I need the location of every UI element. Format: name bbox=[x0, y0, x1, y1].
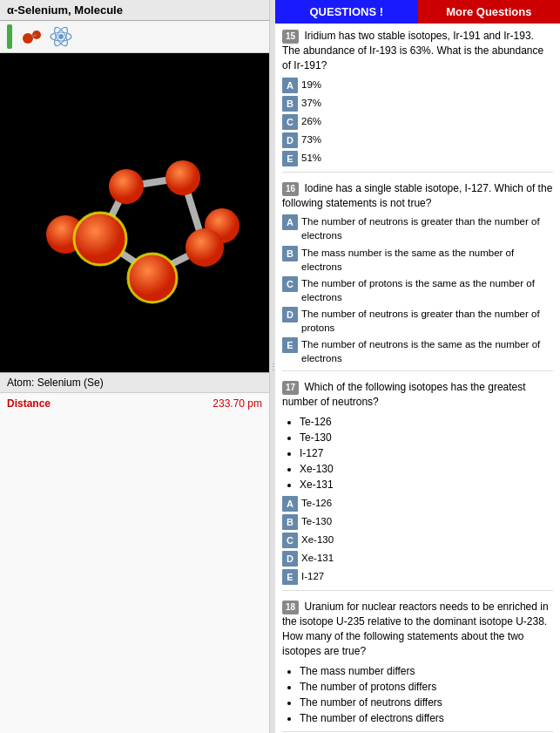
answer-row: C26% bbox=[282, 114, 553, 130]
molecule-title: α-Selenium, Molecule bbox=[7, 3, 123, 17]
answer-row: A19% bbox=[282, 78, 553, 93]
left-header: α-Selenium, Molecule bbox=[0, 0, 269, 21]
answer-letter-e[interactable]: E bbox=[282, 337, 298, 353]
tab-more-questions[interactable]: More Questions bbox=[418, 0, 561, 24]
answer-letter-b[interactable]: B bbox=[282, 514, 298, 530]
svg-point-0 bbox=[23, 33, 33, 44]
distance-row: Distance 233.70 pm bbox=[0, 392, 269, 414]
answer-text: The mass number is the same as the numbe… bbox=[301, 246, 553, 274]
answer-row: AThe number of neutrons is greater than … bbox=[282, 214, 553, 242]
question-block: 16 Iodine has a single stable isotope, I… bbox=[282, 181, 553, 372]
answer-row: D73% bbox=[282, 132, 553, 148]
right-panel: QUESTIONS ! More Questions 15 Iridium ha… bbox=[275, 0, 560, 733]
answer-row: DXe-131 bbox=[282, 551, 553, 567]
answer-row: CThe number of protons is the same as th… bbox=[282, 276, 553, 304]
answer-letter-b[interactable]: B bbox=[282, 96, 298, 112]
bullet-list: The mass number differsThe number of pro… bbox=[300, 663, 553, 726]
green-strip bbox=[7, 24, 12, 49]
question-block: 18 Uranium for nuclear reactors needs to… bbox=[282, 600, 553, 731]
answer-text: 73% bbox=[301, 132, 321, 146]
questions-content[interactable]: 15 Iridium has two stable isotopes, Ir-1… bbox=[275, 24, 560, 733]
list-item: Te-126 bbox=[300, 414, 553, 430]
question-number: 17 bbox=[282, 381, 299, 395]
list-item: The number of protons differs bbox=[300, 679, 553, 695]
answer-text: 19% bbox=[301, 78, 321, 92]
answer-letter-e[interactable]: E bbox=[282, 151, 298, 166]
bullet-list: Te-126Te-130I-127Xe-130Xe-131 bbox=[300, 414, 553, 492]
answer-row: CXe-130 bbox=[282, 533, 553, 548]
list-item: Xe-131 bbox=[300, 477, 553, 492]
answer-letter-c[interactable]: C bbox=[282, 114, 298, 130]
question-number: 18 bbox=[282, 601, 299, 614]
answer-text: 26% bbox=[301, 114, 321, 128]
distance-label: Distance bbox=[7, 397, 51, 410]
svg-point-14 bbox=[165, 160, 200, 195]
answer-text: Te-126 bbox=[301, 496, 332, 510]
answer-row: EI-127 bbox=[282, 569, 553, 585]
answer-text: The number of protons is the same as the… bbox=[301, 276, 553, 304]
answer-text: Xe-131 bbox=[301, 551, 334, 565]
answer-letter-d[interactable]: D bbox=[282, 551, 298, 567]
answer-text: Xe-130 bbox=[301, 533, 334, 546]
answer-letter-a[interactable]: A bbox=[282, 496, 298, 512]
answer-row: BThe mass number is the same as the numb… bbox=[282, 246, 553, 274]
left-panel: α-Selenium, Molecule bbox=[0, 0, 270, 733]
answer-letter-e[interactable]: E bbox=[282, 569, 298, 585]
list-item: Te-130 bbox=[300, 430, 553, 445]
question-text: 17 Which of the following isotopes has t… bbox=[282, 380, 553, 410]
list-item: Xe-130 bbox=[300, 461, 553, 477]
question-text: 16 Iodine has a single stable isotope, I… bbox=[282, 181, 553, 211]
answer-text: Te-130 bbox=[301, 514, 332, 528]
question-number: 15 bbox=[282, 30, 299, 44]
answer-row: EThe number of neutrons is the same as t… bbox=[282, 337, 553, 365]
atom-icon[interactable] bbox=[49, 24, 73, 49]
answer-letter-a[interactable]: A bbox=[282, 78, 298, 93]
right-header: QUESTIONS ! More Questions bbox=[275, 0, 560, 24]
answer-text: 37% bbox=[301, 96, 321, 110]
answer-row: ATe-126 bbox=[282, 496, 553, 512]
answer-text: The number of neutrons is the same as th… bbox=[301, 337, 553, 365]
list-item: The mass number differs bbox=[300, 663, 553, 679]
answer-row: DThe number of neutrons is greater than … bbox=[282, 307, 553, 335]
tab-questions[interactable]: QUESTIONS ! bbox=[275, 0, 418, 24]
answer-text: I-127 bbox=[301, 569, 324, 583]
question-number: 16 bbox=[282, 182, 299, 196]
molecule-icon[interactable] bbox=[19, 24, 44, 49]
answer-letter-d[interactable]: D bbox=[282, 307, 298, 322]
question-text: 15 Iridium has two stable isotopes, Ir-1… bbox=[282, 29, 553, 73]
answer-letter-d[interactable]: D bbox=[282, 132, 298, 148]
answer-row: BTe-130 bbox=[282, 514, 553, 530]
toolbar bbox=[0, 21, 269, 53]
answer-letter-a[interactable]: A bbox=[282, 214, 298, 230]
answer-row: E51% bbox=[282, 151, 553, 166]
answer-text: The number of neutrons is greater than t… bbox=[301, 307, 553, 335]
distance-value: 233.70 pm bbox=[213, 397, 262, 410]
list-item: The number of electrons differs bbox=[300, 710, 553, 726]
svg-point-13 bbox=[109, 169, 144, 204]
answer-text: The number of neutrons is greater than t… bbox=[301, 214, 553, 242]
svg-point-3 bbox=[58, 34, 64, 39]
list-item: The number of neutrons differs bbox=[300, 695, 553, 710]
answer-letter-c[interactable]: C bbox=[282, 276, 298, 292]
question-block: 15 Iridium has two stable isotopes, Ir-1… bbox=[282, 29, 553, 173]
answer-letter-b[interactable]: B bbox=[282, 246, 298, 261]
answer-row: B37% bbox=[282, 96, 553, 112]
molecule-view bbox=[0, 53, 269, 372]
list-item: I-127 bbox=[300, 445, 553, 461]
answer-letter-c[interactable]: C bbox=[282, 533, 298, 548]
atom-label: Atom: Selenium (Se) bbox=[0, 372, 269, 392]
answer-text: 51% bbox=[301, 151, 321, 165]
question-text: 18 Uranium for nuclear reactors needs to… bbox=[282, 600, 553, 658]
question-block: 17 Which of the following isotopes has t… bbox=[282, 380, 553, 591]
svg-point-20 bbox=[186, 228, 224, 267]
